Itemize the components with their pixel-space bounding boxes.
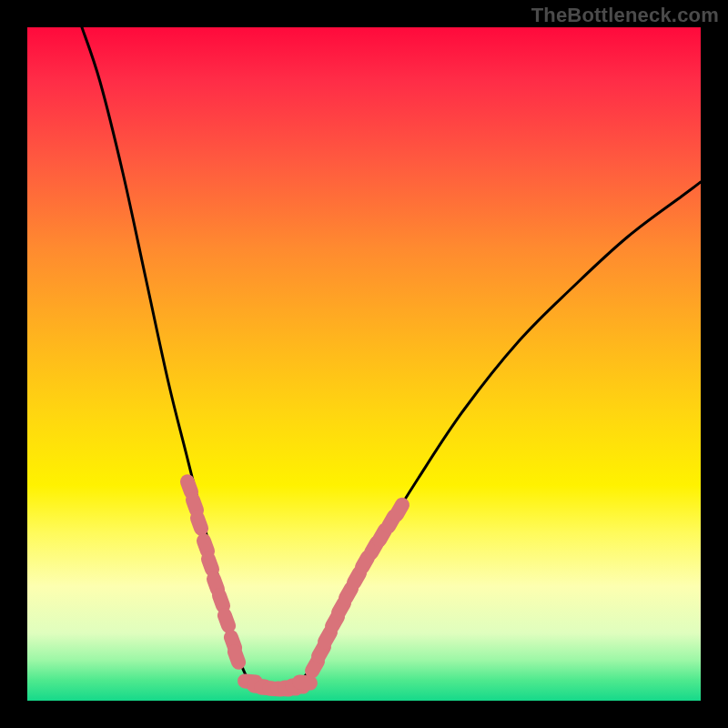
chart-frame: TheBottleneck.com [0, 0, 728, 728]
data-points [178, 472, 412, 697]
bottleneck-curve [82, 27, 701, 690]
plot-area [27, 27, 701, 701]
watermark-label: TheBottleneck.com [531, 4, 719, 27]
curve-layer [27, 27, 701, 701]
